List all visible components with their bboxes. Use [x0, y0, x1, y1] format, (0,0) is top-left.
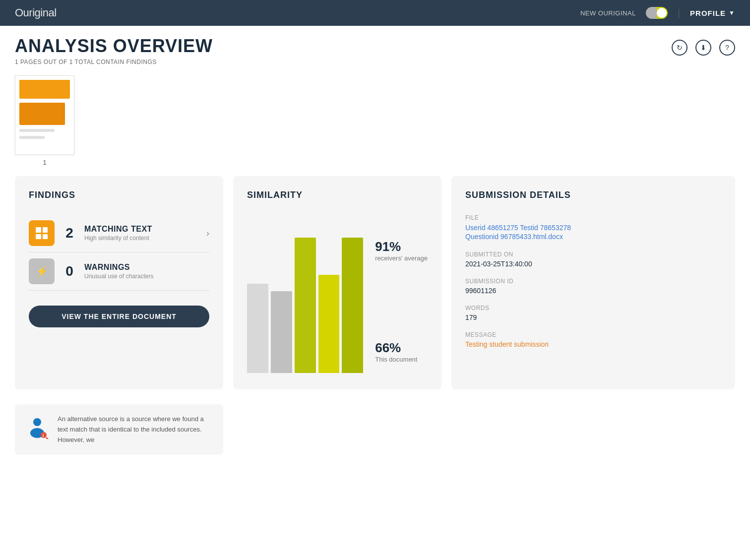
similarity-chart-area: 91% receivers' average 66% This document [247, 214, 428, 373]
value-91: 91% [375, 239, 428, 254]
logo-text: Ouriginal [15, 6, 57, 19]
refresh-icon: ↻ [677, 44, 683, 52]
detail-file: FILE Userid 48651275 Testid 78653278 Que… [465, 214, 721, 241]
bar-medium-gray [271, 291, 292, 373]
submission-panel: SUBMISSION DETAILS FILE Userid 48651275 … [451, 176, 735, 389]
label-66: This document [375, 356, 428, 363]
similarity-panel: SIMILARITY 91% receivers' average 66% Th… [233, 176, 441, 389]
new-ouriginal-label: NEW OURIGINAL [580, 9, 636, 17]
detail-message: MESSAGE Testing student submission [465, 331, 721, 348]
submission-id-label: SUBMISSION ID [465, 278, 721, 285]
svg-text:i: i [43, 433, 44, 438]
submission-title: SUBMISSION DETAILS [465, 190, 721, 200]
warnings-info: WARNINGS Unusual use of characters [84, 263, 209, 280]
download-icon: ⬇ [700, 44, 706, 52]
bars-container [247, 224, 363, 373]
doc-line-2 [19, 136, 45, 139]
snippet-card: i An alternative source is a source wher… [15, 404, 223, 455]
file-link-1[interactable]: Userid 48651275 Testid 78653278 [465, 224, 571, 232]
words-label: WORDS [465, 305, 721, 311]
header-right: NEW OURIGINAL | PROFILE ▼ [580, 7, 735, 19]
new-ouriginal-toggle[interactable] [646, 7, 668, 19]
bar-olive-tall [295, 238, 316, 373]
finding-matching-text: 2 MATCHING TEXT High similarity of conte… [29, 214, 209, 252]
download-button[interactable]: ⬇ [695, 40, 711, 56]
header: Ouriginal NEW OURIGINAL | PROFILE ▼ [0, 0, 750, 26]
message-label: MESSAGE [465, 331, 721, 338]
detail-submitted-on: SUBMITTED ON 2021-03-25T13:40:00 [465, 251, 721, 268]
warnings-sublabel: Unusual use of characters [84, 273, 209, 280]
label-91: receivers' average [375, 254, 428, 262]
grid-icon [36, 227, 48, 239]
findings-title: FINDINGS [29, 190, 209, 200]
snippet-avatar: i [25, 414, 50, 439]
main-content: FINDINGS 2 MATCHING TEXT High similarity… [0, 171, 750, 399]
page-title-left: ANALYSIS OVERVIEW 1 PAGES OUT OF 1 TOTAL… [15, 36, 213, 65]
submitted-on-label: SUBMITTED ON [465, 251, 721, 258]
help-button[interactable]: ? [719, 40, 735, 56]
warnings-label: WARNINGS [84, 263, 209, 272]
page-title: ANALYSIS OVERVIEW [15, 36, 213, 57]
bar-yellow [318, 275, 340, 373]
bolt-icon: ⚡ [36, 265, 48, 277]
bar-light-gray [247, 284, 268, 373]
snippet-area: i An alternative source is a source wher… [0, 399, 750, 465]
message-value: Testing student submission [465, 340, 721, 348]
avatar-icon: i [25, 414, 50, 439]
chevron-down-icon: ▼ [729, 9, 735, 16]
matching-text-info: MATCHING TEXT High similarity of content [84, 225, 198, 242]
detail-submission-id: SUBMISSION ID 99601126 [465, 278, 721, 295]
value-66: 66% [375, 340, 428, 356]
matching-text-arrow[interactable]: › [206, 228, 209, 239]
page-title-area: ANALYSIS OVERVIEW 1 PAGES OUT OF 1 TOTAL… [0, 26, 750, 70]
doc-line-1 [19, 129, 55, 132]
profile-label: PROFILE [690, 9, 726, 17]
file-link-2[interactable]: Questionid 96785433.html.docx [465, 233, 563, 241]
header-divider: | [678, 7, 680, 19]
snippet-text: An alternative source is a source where … [58, 414, 213, 445]
matching-text-icon-box [29, 220, 55, 246]
submitted-on-value: 2021-03-25T13:40:00 [465, 260, 721, 268]
svg-point-0 [33, 418, 41, 426]
submission-id-value: 99601126 [465, 287, 721, 295]
warnings-icon-box: ⚡ [29, 258, 55, 284]
profile-menu[interactable]: PROFILE ▼ [690, 9, 735, 17]
doc-block-1 [19, 80, 70, 99]
warnings-count: 0 [62, 263, 76, 279]
label-66-block: 66% This document [375, 340, 428, 363]
file-label: FILE [465, 214, 721, 221]
words-value: 179 [465, 313, 721, 321]
chart-labels: 91% receivers' average 66% This document [375, 224, 428, 373]
svg-line-3 [46, 437, 49, 439]
view-entire-document-button[interactable]: VIEW THE ENTIRE DOCUMENT [29, 306, 209, 327]
matching-text-sublabel: High similarity of content [84, 235, 198, 242]
document-page[interactable] [15, 75, 74, 155]
page-number: 1 [15, 159, 74, 166]
document-preview: 1 [0, 70, 750, 171]
bar-olive2 [342, 238, 363, 373]
findings-panel: FINDINGS 2 MATCHING TEXT High similarity… [15, 176, 223, 389]
matching-text-label: MATCHING TEXT [84, 225, 198, 234]
refresh-button[interactable]: ↻ [672, 40, 688, 56]
detail-words: WORDS 179 [465, 305, 721, 321]
page-subtitle: 1 PAGES OUT OF 1 TOTAL CONTAIN FINDINGS [15, 59, 213, 65]
matching-text-count: 2 [62, 225, 76, 241]
doc-block-2 [19, 103, 65, 125]
label-91-block: 91% receivers' average [375, 239, 428, 262]
similarity-title: SIMILARITY [247, 190, 428, 200]
finding-warnings: ⚡ 0 WARNINGS Unusual use of characters [29, 252, 209, 291]
help-icon: ? [725, 44, 729, 52]
page-title-icons: ↻ ⬇ ? [672, 40, 735, 56]
logo: Ouriginal [15, 6, 57, 19]
